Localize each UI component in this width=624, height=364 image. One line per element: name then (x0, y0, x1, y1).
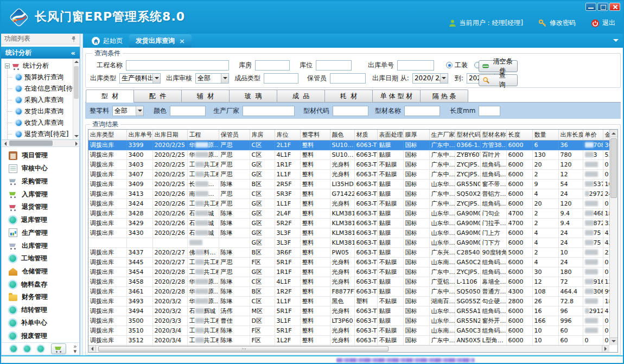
audit-select[interactable]: 全部 (195, 73, 229, 84)
column-header[interactable]: 材质 (354, 130, 377, 140)
manufacturer-input[interactable] (243, 106, 295, 116)
table-row[interactable]: 调拨出库34942020/3/2石辉城汤伟M区5R1F整料光身料6063-T5贴… (88, 306, 609, 316)
grid-vscroll-thumb[interactable] (610, 138, 617, 198)
scroll-up-button[interactable] (610, 130, 617, 137)
column-header[interactable]: 型材名称 (480, 130, 506, 140)
sidebar-module-item[interactable]: 采购管理 (2, 175, 79, 188)
sidebar-module-item[interactable]: 结转管理 (2, 304, 79, 317)
grid-vertical-scrollbar[interactable] (609, 130, 617, 345)
column-header[interactable]: 保管员 (219, 130, 250, 140)
radio-workwear-icon[interactable] (446, 62, 453, 68)
sidebar-module-item[interactable]: 财务管理 (2, 291, 79, 304)
table-row[interactable]: 调拨出库34582020/2/28华原…陈琳C区4L1F整料光身料6063-T5… (88, 277, 609, 286)
column-header[interactable]: 数量 (532, 130, 558, 140)
column-header[interactable]: 膜厚 (403, 130, 429, 140)
column-header[interactable]: 出库日期 (152, 130, 187, 140)
tab-close-icon[interactable]: × (179, 37, 185, 45)
tab-home[interactable]: 起始页 (85, 34, 129, 48)
cart-tool-button[interactable] (51, 343, 66, 354)
column-header[interactable]: 库位 (275, 130, 300, 140)
radio-workwear-option[interactable]: 工装 (446, 61, 468, 70)
material-tab[interactable]: 玻 璃 (229, 90, 277, 102)
collapse-icon[interactable]: « (71, 49, 75, 57)
order-no-input[interactable] (397, 60, 434, 71)
tree-item[interactable]: 退货查询[待定] (2, 129, 79, 140)
material-tab[interactable]: 单 体 型 材 (372, 90, 421, 102)
sidebar-module-item[interactable]: 项目管理 (2, 149, 79, 162)
keeper-input[interactable] (330, 73, 366, 84)
scroll-down-button[interactable] (610, 337, 617, 345)
out-type-select[interactable]: 生产领料出库 (119, 73, 161, 84)
tab-shipment-outbound-query[interactable]: 发货出库查询 × (129, 34, 192, 48)
tab-list-dropdown-icon[interactable] (613, 39, 619, 44)
more-buttons-chevron[interactable]: »▾ (73, 344, 77, 354)
table-row[interactable]: 调拨出库34002020/2/25华原…严思C区4L1F整料SU10…6063-… (88, 150, 609, 159)
scroll-left-icon[interactable] (2, 142, 7, 146)
sidebar-module-item[interactable]: 报废管理 (2, 329, 79, 342)
sidebar-section-header[interactable]: 统计分析 « (1, 47, 80, 59)
tree-hscroll-thumb[interactable] (9, 141, 53, 146)
product-type-input[interactable] (264, 73, 298, 84)
logout-button[interactable]: 退出 (591, 18, 615, 28)
close-button[interactable] (609, 3, 620, 11)
tree-item[interactable]: 预算执行查询 (2, 72, 79, 83)
table-row[interactable]: 调拨出库34092020/2/25长…陈琳B区2R5F整料LI35HD6063-… (88, 179, 609, 189)
grid-horizontal-scrollbar[interactable] (88, 345, 609, 352)
material-tab[interactable]: 辅 材 (181, 90, 230, 102)
tree-item[interactable]: 发货出库查询 (2, 106, 79, 117)
tree-horizontal-scrollbar[interactable] (1, 140, 80, 147)
module-shortcut-icon[interactable] (24, 346, 30, 352)
column-header[interactable]: 长度 (506, 130, 532, 140)
change-password-button[interactable]: 修改密码 (538, 18, 576, 28)
column-header[interactable]: 生产厂家 (429, 130, 455, 140)
column-header[interactable]: 出库类型 (88, 130, 126, 140)
table-row[interactable]: 调拨出库34612020/2/28华原…陈琳B区1R2F整料F8877FT606… (88, 286, 609, 296)
location-input[interactable] (316, 60, 352, 71)
table-row[interactable]: G区3L3F整料KLM38176063-T5贴膜国标山东华…GA90M09.门下… (88, 238, 609, 247)
column-header[interactable]: 型材代码 (455, 130, 480, 140)
tree-item[interactable]: 在途信息查询[待 (2, 83, 79, 94)
sidebar-module-item[interactable]: 工地管理 (2, 252, 79, 265)
table-row[interactable]: 调拨出库34302020/2/26石城陈琳G区3L3F整料KLM38176063… (88, 228, 609, 238)
sidebar-module-item[interactable]: 入库管理 (2, 188, 79, 201)
column-header[interactable]: 表面处理 (377, 130, 403, 140)
sidebar-module-item[interactable]: 退库管理 (2, 214, 79, 227)
date-from-select[interactable]: 2020/ 2/16 (412, 73, 448, 84)
table-row[interactable]: 调拨出库34032020/2/25工共工程严思G区1R1F整料光身料6063-T… (88, 159, 609, 169)
table-row[interactable]: 调拨出库34132020/2/26南…严思C区5R3F整料G714226063-… (88, 189, 609, 199)
table-row[interactable]: 调拨出库34242020/2/26工共工程严思G区1L1F整料光身料6063-T… (88, 199, 609, 208)
sidebar-module-item[interactable]: 补单中心 (2, 317, 79, 330)
table-row[interactable]: 调拨出库35102020/3/4工共工程陈琳F区5R1F整料光身料6063-T5… (88, 325, 609, 335)
table-row[interactable]: 调拨出库35122020/3/4工共工程陈琳F区1L2F整料光身料6063-T5… (88, 335, 609, 345)
table-row[interactable]: 调拨出库33992020/2/25华原…严思C区2L1F整料SU10…6063-… (88, 140, 609, 150)
clear-conditions-button[interactable]: 清空条件 (479, 60, 518, 72)
material-tab[interactable]: 配 件 (133, 90, 182, 102)
module-shortcut-icon[interactable] (10, 346, 17, 352)
tree-root-node[interactable]: 统计分析 (2, 60, 79, 72)
column-header[interactable]: 工程 (187, 130, 219, 140)
table-row[interactable]: 调拨出库34072020/2/25工共工程严思G区1L1F整料光身料6063-T… (88, 169, 609, 179)
color-input[interactable] (170, 106, 206, 116)
module-shortcut-icon[interactable] (37, 346, 44, 352)
table-row[interactable]: 调拨出库34452020/2/27工共工程严思F区5R1F整料光身料6063-T… (88, 257, 609, 267)
pin-icon[interactable] (71, 36, 77, 42)
scroll-down-icon[interactable] (74, 135, 79, 139)
table-row[interactable]: 调拨出库34932020/3/2华原…陈琳C区1L1F整料黑色塑料不贴膜国标湖南… (88, 296, 609, 306)
grid-hscroll-thumb[interactable] (98, 346, 389, 352)
column-header[interactable]: 单价 (583, 130, 603, 140)
tree-item[interactable]: 采购入库查询 (2, 94, 79, 106)
tree-vertical-scrollbar[interactable] (73, 59, 79, 139)
scroll-up-icon[interactable] (74, 59, 79, 63)
column-header[interactable]: 颜色 (330, 130, 354, 140)
sidebar-module-item[interactable]: 出库管理 (2, 239, 79, 252)
project-name-input[interactable] (126, 60, 229, 71)
profile-name-input[interactable] (404, 106, 440, 116)
sidebar-module-item[interactable]: 仓储管理 (2, 265, 79, 278)
material-tab[interactable]: 隔 热 条 (420, 90, 468, 102)
tree-item[interactable]: 收货入库查询 (2, 117, 79, 129)
tree-scroll-thumb[interactable] (74, 66, 79, 99)
column-header[interactable]: 金 (603, 130, 609, 140)
sidebar-module-item[interactable]: 物料盘存 (2, 278, 79, 291)
scroll-right-button[interactable] (602, 346, 609, 352)
sidebar-module-item[interactable]: 审核中心 (2, 162, 79, 175)
